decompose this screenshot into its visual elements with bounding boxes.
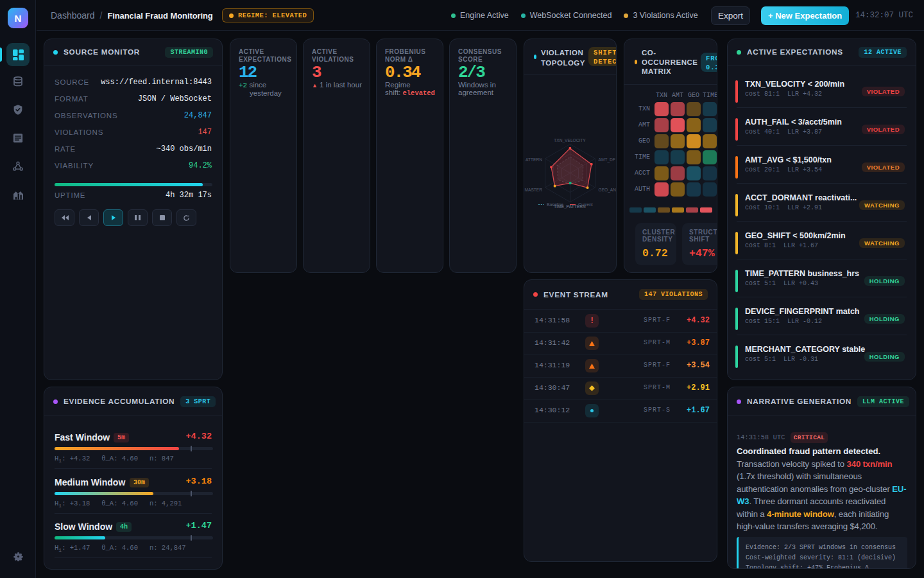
svg-text:Baseline: Baseline — [547, 202, 563, 207]
svg-text:GEO_AN: GEO_AN — [599, 188, 617, 193]
svg-text:ATTERN: ATTERN — [526, 157, 542, 162]
svg-text:Current: Current — [578, 202, 593, 207]
svg-text:MASTER: MASTER — [525, 188, 543, 192]
svg-text:AMT_DF: AMT_DF — [599, 157, 615, 162]
svg-text:TXN_VELOCITY: TXN_VELOCITY — [554, 138, 586, 143]
